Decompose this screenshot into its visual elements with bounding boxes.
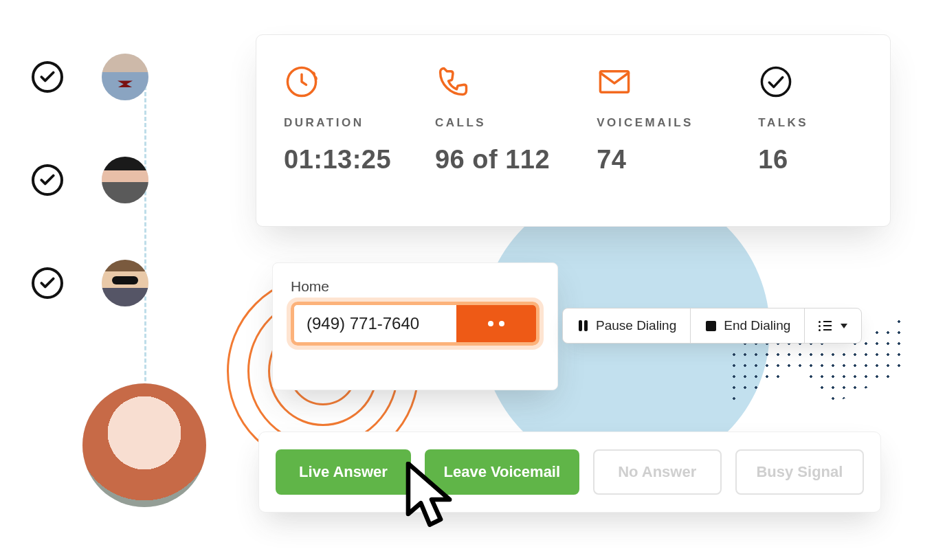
stats-card: DURATION 01:13:25 CALLS 96 of 112 VOICEM… <box>256 34 891 227</box>
avatar <box>102 157 148 203</box>
stat-label: VOICEMAILS <box>597 116 758 130</box>
stat-value: 01:13:25 <box>284 145 435 175</box>
contact-row <box>32 54 148 100</box>
disposition-card: Live Answer Leave Voicemail No Answer Bu… <box>258 432 881 513</box>
list-icon <box>819 320 831 332</box>
button-label: Pause Dialing <box>596 318 676 333</box>
stat-value: 74 <box>597 145 758 175</box>
clock-icon <box>284 63 435 101</box>
stat-label: DURATION <box>284 116 435 130</box>
stat-calls: CALLS 96 of 112 <box>435 63 597 199</box>
button-label: End Dialing <box>724 318 790 333</box>
phone-type-label: Home <box>291 278 540 295</box>
list-dropdown-button[interactable] <box>805 309 861 343</box>
live-answer-button[interactable]: Live Answer <box>276 449 411 495</box>
stat-voicemails: VOICEMAILS 74 <box>597 63 758 199</box>
avatar <box>102 54 148 100</box>
pause-dialing-button[interactable]: Pause Dialing <box>563 309 691 343</box>
checkmark-circle-icon <box>758 63 863 101</box>
dial-action-button[interactable] <box>456 305 536 342</box>
stat-label: CALLS <box>435 116 597 130</box>
stat-talks: TALKS 16 <box>758 63 863 199</box>
stat-value: 96 of 112 <box>435 145 597 175</box>
dial-field: (949) 771-7640 <box>291 302 540 346</box>
contact-timeline <box>32 54 203 535</box>
no-answer-button[interactable]: No Answer <box>593 449 722 495</box>
stat-duration: DURATION 01:13:25 <box>284 63 435 199</box>
busy-signal-button[interactable]: Busy Signal <box>735 449 864 495</box>
dialer-card: Home (949) 771-7640 <box>272 262 558 390</box>
checkmark-icon <box>32 267 63 299</box>
contact-row <box>32 260 148 306</box>
svg-point-2 <box>762 67 790 96</box>
checkmark-icon <box>32 164 63 196</box>
chevron-down-icon <box>841 324 847 328</box>
checkmark-icon <box>32 61 63 93</box>
current-contact-avatar <box>82 383 206 507</box>
svg-rect-1 <box>601 71 629 92</box>
phone-icon <box>435 63 597 101</box>
stat-label: TALKS <box>758 116 863 130</box>
end-dialing-button[interactable]: End Dialing <box>691 309 805 343</box>
cursor-icon <box>404 462 459 540</box>
phone-number[interactable]: (949) 771-7640 <box>294 305 456 342</box>
contact-row <box>32 157 148 203</box>
envelope-icon <box>597 63 758 101</box>
stat-value: 16 <box>758 145 863 175</box>
dialing-toolbar: Pause Dialing End Dialing <box>562 308 862 344</box>
avatar <box>102 260 148 306</box>
stop-icon <box>704 320 717 332</box>
pause-icon <box>577 320 589 332</box>
